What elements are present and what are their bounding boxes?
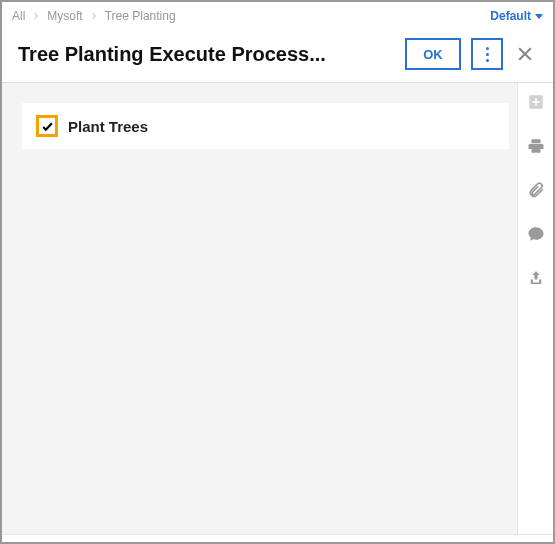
kebab-dot-icon (486, 47, 489, 50)
footer-edge (2, 534, 553, 542)
layout-dropdown-label: Default (490, 9, 531, 23)
body-area: Plant Trees (2, 83, 553, 534)
share-icon (527, 269, 545, 287)
print-icon (527, 137, 545, 155)
chevron-right-icon (31, 11, 41, 21)
side-rail (517, 83, 553, 534)
content-column: Plant Trees (22, 103, 509, 528)
close-button[interactable] (513, 42, 537, 66)
header-row: Tree Planting Execute Process... OK (2, 30, 553, 83)
breadcrumb-item[interactable]: All (12, 9, 25, 23)
chat-icon (527, 225, 545, 243)
top-bar: All Mysoft Tree Planting Default (2, 2, 553, 30)
checkmark-icon (41, 120, 54, 133)
attachment-icon (527, 181, 545, 199)
chevron-right-icon (89, 11, 99, 21)
add-icon (527, 93, 545, 111)
page-title: Tree Planting Execute Process... (18, 43, 395, 66)
task-checkbox[interactable] (36, 115, 58, 137)
kebab-dot-icon (486, 53, 489, 56)
close-icon (515, 44, 535, 64)
chat-button[interactable] (523, 221, 549, 247)
breadcrumb: All Mysoft Tree Planting (12, 9, 176, 23)
print-button[interactable] (523, 133, 549, 159)
ok-button[interactable]: OK (405, 38, 461, 70)
more-actions-button[interactable] (471, 38, 503, 70)
caret-down-icon (535, 14, 543, 19)
layout-dropdown[interactable]: Default (490, 9, 543, 23)
app-window: All Mysoft Tree Planting Default Tree Pl… (0, 0, 555, 544)
svg-rect-4 (532, 101, 540, 103)
kebab-dot-icon (486, 59, 489, 62)
task-label: Plant Trees (68, 118, 148, 135)
breadcrumb-item[interactable]: Mysoft (47, 9, 82, 23)
attachment-button[interactable] (523, 177, 549, 203)
add-button (523, 89, 549, 115)
process-card: Plant Trees (22, 103, 509, 149)
share-button[interactable] (523, 265, 549, 291)
breadcrumb-item[interactable]: Tree Planting (105, 9, 176, 23)
